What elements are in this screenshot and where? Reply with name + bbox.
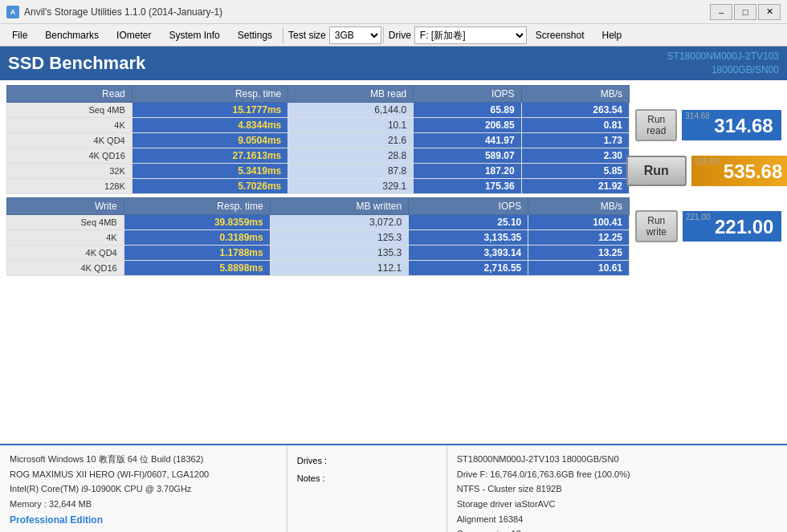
read-4k-mbs: 0.81 [521, 117, 629, 132]
read-seq4mb-resp: 15.1777ms [132, 102, 287, 117]
total-score-mini-label: 535.68 [695, 157, 720, 166]
write-seq4mb-resp: 39.8359ms [124, 214, 270, 229]
write-4k-iops: 3,135.35 [409, 229, 528, 245]
mbs-header: MB/s [521, 85, 629, 102]
run-write-button[interactable]: Run write [635, 210, 678, 242]
menu-screenshot[interactable]: Screenshot [527, 26, 593, 44]
app-icon: A [6, 6, 19, 18]
right-panel: Run read 314.68 314.68 Run 535.68 535.68 [636, 85, 781, 439]
read-4kqd4-label: 4K QD4 [7, 132, 133, 148]
drive-label: Drive [389, 30, 411, 41]
menu-iometer[interactable]: IOmeter [108, 26, 160, 44]
total-score-value: 535.68 [724, 160, 782, 182]
read-4kqd4-mbs: 1.73 [521, 132, 629, 148]
write-table: Write Resp. time MB written IOPS MB/s Se… [6, 197, 630, 276]
minimize-button[interactable]: – [710, 4, 732, 20]
read-seq4mb-label: Seq 4MB [7, 102, 133, 117]
write-4kqd16-iops: 2,716.55 [409, 260, 528, 275]
read-128k-iops: 175.36 [414, 178, 521, 193]
read-4k-resp: 4.8344ms [132, 117, 287, 132]
write-4kqd16-mbs: 10.61 [528, 260, 630, 275]
read-table: Read Resp. time MB read IOPS MB/s Seq 4M… [6, 85, 630, 194]
read-32k-mb: 87.8 [288, 163, 414, 178]
close-button[interactable]: ✕ [758, 4, 781, 20]
write-header: Write [7, 197, 124, 214]
menu-file[interactable]: File [3, 26, 36, 44]
write-score-value: 221.00 [715, 216, 773, 238]
write-score-display: 221.00 221.00 [683, 211, 781, 242]
drive-info-line1: ST18000NM000J-2TV103 [667, 50, 779, 63]
read-row-32k: 32K 5.3419ms 87.8 187.20 5.85 [7, 163, 630, 178]
read-128k-mb: 329.1 [288, 178, 414, 193]
main-content: SSD Benchmark ST18000NM000J-2TV103 18000… [0, 47, 787, 532]
menu-benchmarks[interactable]: Benchmarks [36, 26, 108, 44]
drive-detail-5: Alignment 16384 [457, 512, 777, 527]
write-4kqd16-resp: 5.8898ms [124, 260, 270, 275]
app-header: SSD Benchmark ST18000NM000J-2TV103 18000… [0, 47, 787, 80]
read-header: Read [7, 85, 133, 102]
drives-label: Drives : [297, 452, 437, 469]
window-controls: – □ ✕ [710, 4, 781, 20]
write-4kqd16-mb: 112.1 [270, 260, 408, 275]
read-4k-iops: 206.85 [414, 117, 521, 132]
write-4kqd16-label: 4K QD16 [7, 260, 124, 275]
read-row-seq4mb: Seq 4MB 15.1777ms 6,144.0 65.89 263.54 [7, 102, 630, 117]
read-row-4k: 4K 4.8344ms 10.1 206.85 0.81 [7, 117, 630, 132]
menu-help[interactable]: Help [593, 26, 631, 44]
read-4kqd4-resp: 9.0504ms [132, 132, 287, 148]
write-iops-header: IOPS [409, 197, 528, 214]
write-mb-header: MB written [270, 197, 408, 214]
run-button[interactable]: Run [626, 156, 687, 186]
drive-detail-4: Storage driver iaStorAVC [457, 497, 777, 512]
write-4kqd4-label: 4K QD4 [7, 245, 124, 260]
professional-edition: Professional Edition [10, 512, 277, 528]
footer-center: Drives : Notes : [287, 445, 447, 532]
menu-settings[interactable]: Settings [229, 26, 281, 44]
read-4kqd4-iops: 441.97 [414, 132, 521, 148]
footer-sysinfo: Microsoft Windows 10 教育版 64 位 Build (183… [0, 445, 287, 532]
read-seq4mb-mbs: 263.54 [521, 102, 629, 117]
read-row-4kqd16: 4K QD16 27.1613ms 28.8 589.07 2.30 [7, 148, 630, 163]
title-bar: A Anvil's Storage Utilities 1.1.0 (2014-… [0, 0, 787, 24]
run-read-button[interactable]: Run read [635, 109, 677, 141]
write-resp-header: Resp. time [124, 197, 270, 214]
test-size-label: Test size [288, 30, 326, 41]
read-seq4mb-iops: 65.89 [414, 102, 521, 117]
write-score-mini-label: 221.00 [686, 213, 711, 221]
sys-info-3: Intel(R) Core(TM) i9-10900K CPU @ 3.70GH… [10, 481, 277, 497]
total-score-display: 535.68 535.68 [691, 156, 787, 186]
drive-info: ST18000NM000J-2TV103 18000GB/SN00 [667, 50, 779, 77]
read-32k-resp: 5.3419ms [132, 163, 287, 178]
write-4kqd4-mbs: 13.25 [528, 245, 630, 260]
footer: Microsoft Windows 10 教育版 64 位 Build (183… [0, 444, 787, 532]
read-32k-mbs: 5.85 [521, 163, 629, 178]
read-4kqd16-label: 4K QD16 [7, 148, 133, 163]
read-32k-label: 32K [7, 163, 133, 178]
write-4k-mb: 125.3 [270, 229, 408, 245]
app-title: Anvil's Storage Utilities 1.1.0 (2014-Ja… [24, 6, 710, 18]
test-size-select[interactable]: 512MB 1GB 2GB 3GB 4GB 8GB [329, 26, 381, 44]
write-row-4kqd16: 4K QD16 5.8898ms 112.1 2,716.55 10.61 [7, 260, 630, 275]
read-4kqd4-mb: 21.6 [288, 132, 414, 148]
read-score-mini-label: 314.68 [685, 112, 710, 120]
read-4k-mb: 10.1 [288, 117, 414, 132]
read-128k-label: 128K [7, 178, 133, 193]
mb-read-header: MB read [288, 85, 414, 102]
run-read-section: Run read 314.68 314.68 [635, 109, 781, 141]
drive-select[interactable]: F: [新加卷] [414, 26, 527, 44]
footer-drive-detail: ST18000NM000J-2TV103 18000GB/SN0 Drive F… [447, 445, 787, 532]
write-4k-label: 4K [7, 229, 124, 245]
read-4kqd16-mbs: 2.30 [521, 148, 629, 163]
drive-detail-6: Compression 10 [457, 526, 777, 532]
sys-info-2: ROG MAXIMUS XII HERO (WI-FI)/0607, LGA12… [10, 467, 277, 482]
maximize-button[interactable]: □ [734, 4, 756, 20]
bench-tables: Read Resp. time MB read IOPS MB/s Seq 4M… [6, 85, 630, 439]
drive-detail-1: ST18000NM000J-2TV103 18000GB/SN0 [457, 452, 777, 467]
menu-system-info[interactable]: System Info [160, 26, 228, 44]
write-row-seq4mb: Seq 4MB 39.8359ms 3,072.0 25.10 100.41 [7, 214, 630, 229]
read-4k-label: 4K [7, 117, 133, 132]
benchmark-area: Read Resp. time MB read IOPS MB/s Seq 4M… [0, 80, 787, 444]
write-seq4mb-mbs: 100.41 [528, 214, 630, 229]
read-score-value: 314.68 [714, 115, 773, 136]
write-seq4mb-label: Seq 4MB [7, 214, 124, 229]
